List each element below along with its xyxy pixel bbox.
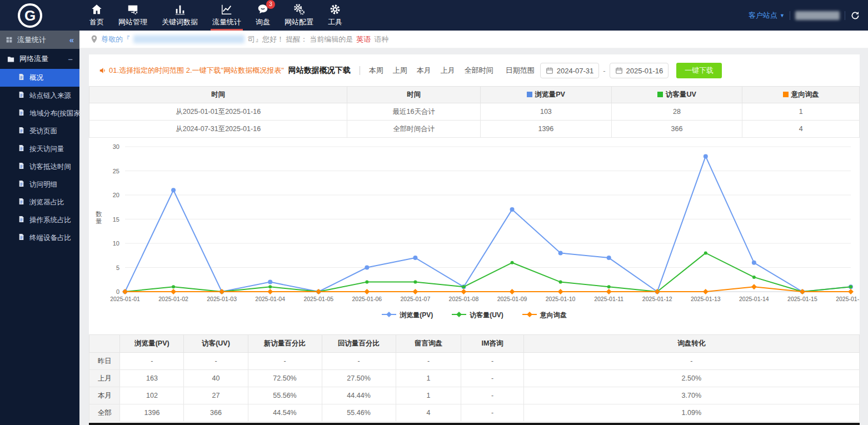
quick-range-link[interactable]: 上月 <box>441 66 455 76</box>
legend-label: 意向询盘 <box>540 311 567 320</box>
stats-cell: - <box>248 353 322 370</box>
summary-cell: 103 <box>481 103 612 121</box>
divider <box>360 66 360 75</box>
sidebar-item-browser-share[interactable]: 浏览器占比 <box>0 193 79 211</box>
stats-cell: 44.44% <box>322 387 396 404</box>
sidebar-item-geo-by-country[interactable]: 地域分布(按国家) <box>0 104 79 122</box>
stats-row-label: 全部 <box>89 404 120 422</box>
svg-text:2025-01-04: 2025-01-04 <box>255 296 285 302</box>
customer-site-label: 客户站点 <box>749 11 777 21</box>
doc-icon <box>18 144 25 153</box>
legend-label: 浏览量(PV) <box>400 311 433 320</box>
sidebar-item-label: 受访页面 <box>29 127 57 136</box>
nav-item-tools[interactable]: 工具 <box>321 0 350 31</box>
sidebar-item-arrival-time[interactable]: 访客抵达时间 <box>0 158 79 176</box>
series-color-square <box>783 92 789 97</box>
nav-item-home[interactable]: 首页 <box>82 0 111 31</box>
summary-cell: 从2025-01-01至2025-01-16 <box>89 103 347 121</box>
location-pin-icon <box>91 35 98 43</box>
sidebar-header: 流量统计 « <box>0 31 79 49</box>
doc-icon <box>18 91 25 100</box>
quick-range-link[interactable]: 上周 <box>393 66 407 76</box>
nav-item-keyword-data[interactable]: 关键词数据 <box>154 0 205 31</box>
sidebar-group-network-traffic[interactable]: 网络流量 − <box>0 49 79 69</box>
svg-text:2025-01-06: 2025-01-06 <box>352 296 382 302</box>
keyword-data-icon <box>174 3 186 16</box>
stats-cell: 55.46% <box>322 404 396 422</box>
quick-range-link[interactable]: 本月 <box>417 66 431 76</box>
svg-text:25: 25 <box>113 168 119 174</box>
quick-range-links: 本周上周本月上月全部时间 <box>369 66 493 76</box>
stats-cell: 1 <box>396 387 461 404</box>
date-to-picker[interactable]: 2025-01-16 <box>610 63 669 78</box>
svg-text:2025-01-02: 2025-01-02 <box>158 296 188 302</box>
collapse-sidebar-icon[interactable]: « <box>69 35 74 44</box>
main-area: 尊敬的『 司』您好！ 提醒： 当前编辑的是 英语 语种 01.选择指定的时间范围… <box>79 31 868 425</box>
stats-cell: 366 <box>184 404 248 422</box>
date-range-label: 日期范围 <box>506 66 535 76</box>
nav-item-site-config[interactable]: 网站配置 <box>277 0 321 31</box>
doc-icon <box>18 233 25 242</box>
calendar-icon <box>546 67 553 74</box>
sidebar-item-label: 浏览器占比 <box>29 198 64 207</box>
customer-site-dropdown[interactable]: 客户站点 ▼ <box>749 11 785 21</box>
series-color-square <box>657 92 663 97</box>
sidebar-item-inbound-sources[interactable]: 站点链入来源 <box>0 87 79 104</box>
svg-text:10: 10 <box>113 240 119 247</box>
quick-range-link[interactable]: 本周 <box>369 66 383 76</box>
one-click-download-button[interactable]: 一键下载 <box>676 63 722 78</box>
summary-cell: 最近16天合计 <box>347 103 481 121</box>
refresh-icon[interactable] <box>850 11 860 21</box>
svg-text:0: 0 <box>116 288 119 295</box>
sidebar-item-visited-pages[interactable]: 受访页面 <box>0 122 79 140</box>
stats-row: 上月1634072.50%27.50%1-2.50% <box>89 370 860 387</box>
sidebar-item-visits-by-day[interactable]: 按天访问量 <box>0 140 79 158</box>
stats-row: 全部139636644.54%55.46%4-1.09% <box>89 404 860 422</box>
summary-cell: 28 <box>611 103 742 121</box>
sidebar-item-label: 按天访问量 <box>29 144 64 154</box>
date-from-picker[interactable]: 2024-07-31 <box>540 63 600 78</box>
sidebar-item-device-share[interactable]: 终端设备占比 <box>0 229 79 247</box>
app-logo[interactable]: G <box>18 3 42 28</box>
current-language: 英语 <box>356 34 371 44</box>
nav-item-site-manage[interactable]: 网站管理 <box>111 0 154 31</box>
nav-item-label: 网站管理 <box>118 17 147 27</box>
sidebar-item-overview[interactable]: 概况 <box>0 69 79 87</box>
legend-item[interactable]: 浏览量(PV) <box>382 310 433 320</box>
sidebar: 流量统计 « 网络流量 − 概况站点链入来源地域分布(按国家)受访页面按天访问量… <box>0 31 79 425</box>
stats-cell: - <box>396 353 461 370</box>
notice-prefix: 尊敬的『 <box>101 34 130 44</box>
stats-cell: 163 <box>120 370 184 387</box>
legend-item[interactable]: 访客量(UV) <box>452 310 503 320</box>
stats-cell: - <box>523 353 859 370</box>
calendar-icon <box>615 67 623 74</box>
summary-cell: 1 <box>742 103 860 121</box>
stats-cell: - <box>461 353 523 370</box>
stats-column-header: 浏览量(PV) <box>120 335 184 353</box>
date-to-value: 2025-01-16 <box>626 67 664 75</box>
stats-column-header: 回访量百分比 <box>322 335 396 353</box>
summary-column-header: 时间 <box>89 87 347 103</box>
svg-text:2025-01-03: 2025-01-03 <box>207 296 237 302</box>
summary-cell: 全部时间合计 <box>347 121 481 138</box>
stats-cell: 40 <box>184 370 248 387</box>
svg-text:2025-01-16: 2025-01-16 <box>836 296 860 302</box>
stats-column-header: 留言询盘 <box>396 335 461 353</box>
notice-suffix: 司』您好！ 提醒： 当前编辑的是 <box>248 34 353 44</box>
top-navigation: 首页网站管理关键词数据流量统计3询盘网站配置工具 <box>82 0 350 31</box>
sidebar-item-os-share[interactable]: 操作系统占比 <box>0 211 79 229</box>
legend-item[interactable]: 意向询盘 <box>522 310 567 320</box>
traffic-line-chart[interactable]: 051015202530数量2025-01-012025-01-022025-0… <box>89 139 860 304</box>
collapse-group-icon[interactable]: − <box>68 54 73 64</box>
nav-item-inquiry[interactable]: 3询盘 <box>248 0 277 31</box>
nav-item-traffic-stats[interactable]: 流量统计 <box>205 0 248 31</box>
quick-range-link[interactable]: 全部时间 <box>465 66 493 76</box>
sidebar-item-visit-details[interactable]: 访问明细 <box>0 176 79 193</box>
stats-column-header <box>89 335 120 353</box>
doc-icon <box>18 73 25 82</box>
legend-marker-icon <box>522 311 537 319</box>
grid-icon <box>6 36 13 43</box>
svg-text:2025-01-13: 2025-01-13 <box>691 296 721 302</box>
sidebar-item-label: 站点链入来源 <box>29 91 71 101</box>
sidebar-item-label: 终端设备占比 <box>29 233 71 243</box>
